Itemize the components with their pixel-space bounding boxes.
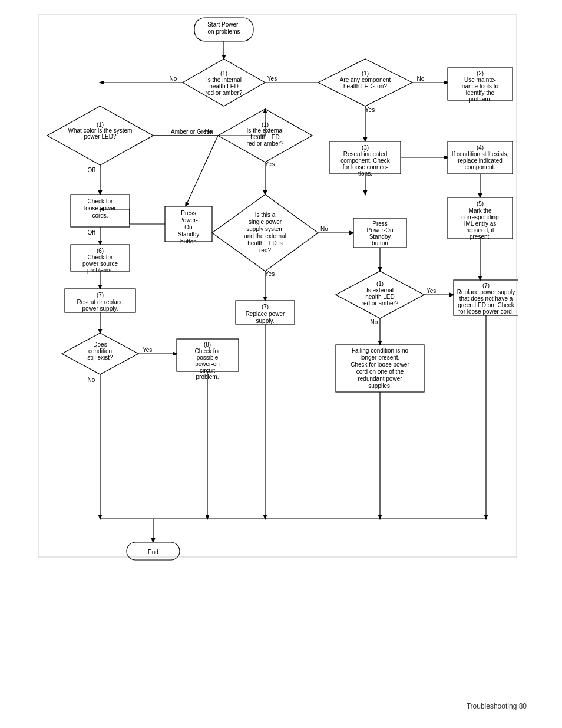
svg-text:that does not have a: that does not have a	[459, 295, 513, 302]
svg-text:Yes: Yes	[427, 288, 436, 294]
svg-text:Use mainte-: Use mainte-	[464, 77, 496, 83]
svg-text:still exist?: still exist?	[87, 354, 113, 361]
svg-text:(2): (2)	[477, 70, 484, 77]
svg-text:Check for: Check for	[195, 348, 220, 354]
svg-text:condition: condition	[88, 348, 112, 354]
svg-text:power-on: power-on	[195, 361, 220, 367]
svg-text:repaired, if: repaired, if	[466, 227, 494, 233]
svg-text:No: No	[170, 75, 177, 82]
svg-text:replace indicated: replace indicated	[458, 157, 503, 164]
svg-text:for loose connec-: for loose connec-	[343, 164, 388, 170]
svg-text:component.: component.	[465, 164, 495, 170]
svg-text:corresponding: corresponding	[461, 214, 498, 220]
svg-text:button: button	[180, 238, 197, 245]
svg-text:Power-On: Power-On	[366, 227, 393, 233]
svg-text:Off: Off	[87, 167, 95, 173]
svg-text:Does: Does	[93, 341, 107, 348]
svg-text:Power-: Power-	[179, 217, 198, 223]
svg-text:(1): (1)	[220, 70, 227, 77]
svg-text:possible: possible	[197, 354, 219, 361]
svg-text:green LED on. Check: green LED on. Check	[458, 302, 515, 308]
svg-text:power source: power source	[82, 261, 118, 267]
svg-text:(1): (1)	[376, 281, 384, 287]
svg-text:Start Power-: Start Power-	[207, 21, 240, 28]
svg-text:Failing condition is no: Failing condition is no	[352, 347, 409, 354]
svg-text:Yes: Yes	[265, 271, 275, 277]
svg-text:red or amber?: red or amber?	[206, 90, 243, 96]
svg-text:Yes: Yes	[143, 347, 152, 353]
svg-text:(4): (4)	[477, 144, 484, 151]
svg-text:Yes: Yes	[265, 161, 275, 167]
svg-text:Replace power: Replace power	[246, 311, 285, 317]
svg-text:health LED is: health LED is	[247, 240, 282, 246]
svg-text:No: No	[371, 319, 378, 325]
flowchart-area: Start Power- on problems (1) Is the inte…	[35, 12, 518, 578]
svg-text:health LEDs on?: health LEDs on?	[343, 83, 387, 90]
page-footer: Troubleshooting 80	[467, 702, 527, 710]
svg-text:red?: red?	[259, 247, 271, 253]
svg-text:Yes: Yes	[365, 107, 375, 113]
svg-text:cord on one of the: cord on one of the	[356, 368, 404, 375]
svg-text:health LED: health LED	[209, 83, 238, 90]
svg-text:single power: single power	[249, 219, 282, 225]
svg-text:Check for loose power: Check for loose power	[351, 361, 409, 368]
footer-text: Troubleshooting 80	[467, 702, 527, 710]
svg-text:button: button	[372, 240, 388, 246]
svg-text:(6): (6)	[97, 248, 104, 254]
svg-text:Standby: Standby	[178, 231, 200, 238]
svg-text:cords.: cords.	[92, 212, 108, 219]
svg-text:loose power: loose power	[84, 205, 117, 212]
svg-text:(7): (7)	[262, 304, 269, 310]
svg-text:Is this a: Is this a	[255, 212, 276, 218]
svg-text:(5): (5)	[477, 200, 484, 207]
svg-text:Check for: Check for	[88, 198, 113, 205]
svg-text:Standby: Standby	[369, 233, 391, 240]
svg-text:Is external: Is external	[366, 287, 394, 294]
svg-text:End: End	[148, 549, 158, 555]
svg-text:Press: Press	[372, 220, 388, 227]
svg-text:and the external: and the external	[244, 233, 286, 239]
svg-text:No: No	[88, 377, 95, 383]
svg-text:Are any component: Are any component	[340, 77, 391, 83]
svg-text:identify the: identify the	[466, 90, 495, 96]
svg-line-73	[186, 136, 218, 206]
svg-text:Reseat indicated: Reseat indicated	[343, 151, 388, 157]
svg-text:Is the internal: Is the internal	[206, 77, 242, 83]
svg-text:redundant power: redundant power	[358, 375, 402, 382]
svg-text:problem.: problem.	[469, 96, 492, 103]
svg-text:On: On	[184, 224, 192, 230]
svg-text:Mark the: Mark the	[469, 207, 492, 214]
svg-text:supply.: supply.	[256, 318, 275, 324]
svg-text:nance tools to: nance tools to	[462, 83, 499, 90]
svg-text:No: No	[417, 75, 425, 82]
page: Start Power- on problems (1) Is the inte…	[0, 0, 562, 728]
svg-text:longer present.: longer present.	[361, 354, 400, 361]
svg-text:If condition still exists,: If condition still exists,	[452, 151, 509, 157]
svg-text:Reseat or replace: Reseat or replace	[77, 299, 124, 305]
svg-text:No: No	[320, 226, 328, 232]
svg-text:(7): (7)	[482, 282, 490, 289]
svg-text:supplies.: supplies.	[368, 383, 391, 389]
svg-rect-161	[38, 15, 517, 557]
svg-text:on problems: on problems	[207, 28, 240, 35]
svg-text:Yes: Yes	[267, 75, 277, 82]
svg-text:red or amber?: red or amber?	[362, 300, 399, 307]
svg-text:component. Check: component. Check	[340, 157, 390, 164]
svg-text:for loose power cord.: for loose power cord.	[458, 308, 513, 315]
svg-text:IML entry as: IML entry as	[464, 220, 497, 227]
svg-text:supply system: supply system	[246, 226, 283, 232]
svg-text:power LED?: power LED?	[84, 133, 116, 140]
svg-text:(3): (3)	[362, 144, 369, 151]
svg-text:health LED: health LED	[365, 294, 394, 300]
svg-text:(7): (7)	[97, 292, 104, 298]
svg-text:Off: Off	[87, 229, 95, 236]
svg-text:(1): (1)	[362, 70, 369, 77]
svg-text:Replace power supply: Replace power supply	[457, 289, 515, 295]
svg-text:Check for: Check for	[88, 254, 113, 261]
svg-text:Press: Press	[181, 210, 196, 216]
svg-text:power supply.: power supply.	[82, 305, 118, 312]
svg-text:red or amber?: red or amber?	[247, 140, 284, 147]
svg-text:(8): (8)	[204, 341, 211, 348]
svg-text:No: No	[205, 129, 213, 135]
